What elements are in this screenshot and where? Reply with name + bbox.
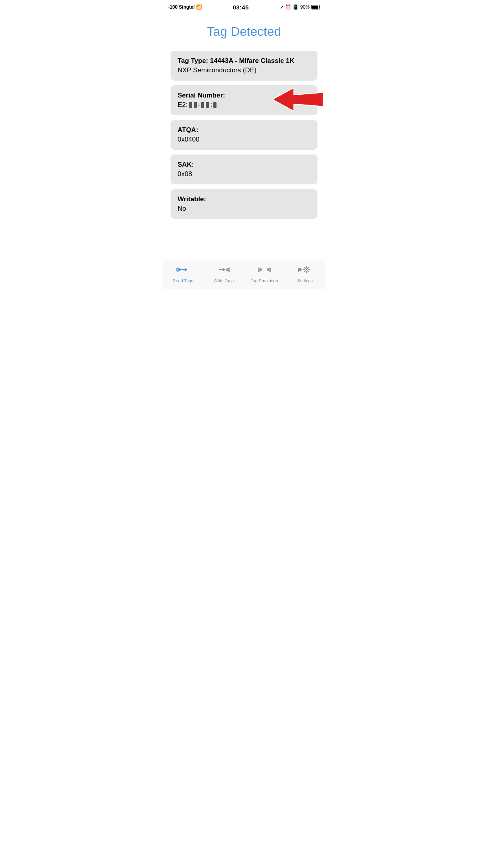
serial-number-card: Serial Number: E2: - : — [171, 85, 317, 115]
write-tags-icon — [217, 264, 230, 277]
svg-marker-2 — [185, 268, 187, 271]
atqa-value: 0x0400 — [178, 136, 310, 143]
clock: 03:45 — [233, 4, 249, 11]
tab-settings[interactable]: Settings — [285, 264, 326, 283]
tag-emulation-icon — [258, 264, 271, 277]
settings-label: Settings — [297, 278, 313, 283]
read-tags-label: Read Tags — [173, 278, 193, 283]
atqa-label: ATQA: — [178, 126, 310, 134]
tag-type-value: NXP Semiconductors (DE) — [178, 66, 310, 74]
settings-icon — [298, 264, 312, 277]
svg-marker-0 — [272, 88, 323, 111]
read-tags-icon — [176, 264, 190, 277]
battery-icon — [311, 5, 320, 9]
page-title: Tag Detected — [163, 24, 325, 39]
tab-bar: Read Tags Write Tags — [163, 261, 325, 289]
atqa-card: ATQA: 0x0400 — [171, 120, 317, 150]
red-arrow-icon — [272, 88, 323, 111]
tab-read-tags[interactable]: Read Tags — [163, 264, 204, 283]
svg-point-6 — [306, 269, 307, 270]
tag-emulation-label: Tag Emulation — [251, 278, 278, 283]
serial-number-value: E2: - : — [178, 101, 217, 109]
sak-label: SAK: — [178, 161, 310, 169]
sak-card: SAK: 0x08 — [171, 154, 317, 184]
alarm-icon: ⏰ — [285, 4, 291, 10]
writable-value: No — [178, 205, 310, 213]
svg-line-12 — [308, 271, 309, 272]
carrier-signal: -100 Singtel 📶 — [168, 4, 202, 10]
status-icons: ↗ ⏰ 📳 90% — [280, 4, 320, 10]
battery-percent: 90% — [300, 4, 310, 10]
sak-value: 0x08 — [178, 170, 310, 178]
tag-type-card: Tag Type: 14443A - Mifare Classic 1K NXP… — [171, 51, 317, 81]
bluetooth-icon: 📳 — [293, 4, 299, 10]
svg-line-11 — [305, 267, 305, 268]
writable-card: Writable: No — [171, 189, 317, 219]
writable-label: Writable: — [178, 195, 310, 203]
svg-line-13 — [308, 267, 309, 268]
tab-tag-emulation[interactable]: Tag Emulation — [244, 264, 285, 283]
svg-marker-4 — [223, 268, 226, 271]
status-bar: -100 Singtel 📶 03:45 ↗ ⏰ 📳 90% — [163, 0, 325, 13]
main-content: Tag Type: 14443A - Mifare Classic 1K NXP… — [163, 51, 325, 261]
svg-line-14 — [305, 271, 305, 272]
write-tags-label: Write Tags — [213, 278, 234, 283]
location-icon: ↗ — [280, 4, 284, 10]
tab-write-tags[interactable]: Write Tags — [204, 264, 244, 283]
tag-type-label: Tag Type: 14443A - Mifare Classic 1K — [178, 57, 310, 65]
